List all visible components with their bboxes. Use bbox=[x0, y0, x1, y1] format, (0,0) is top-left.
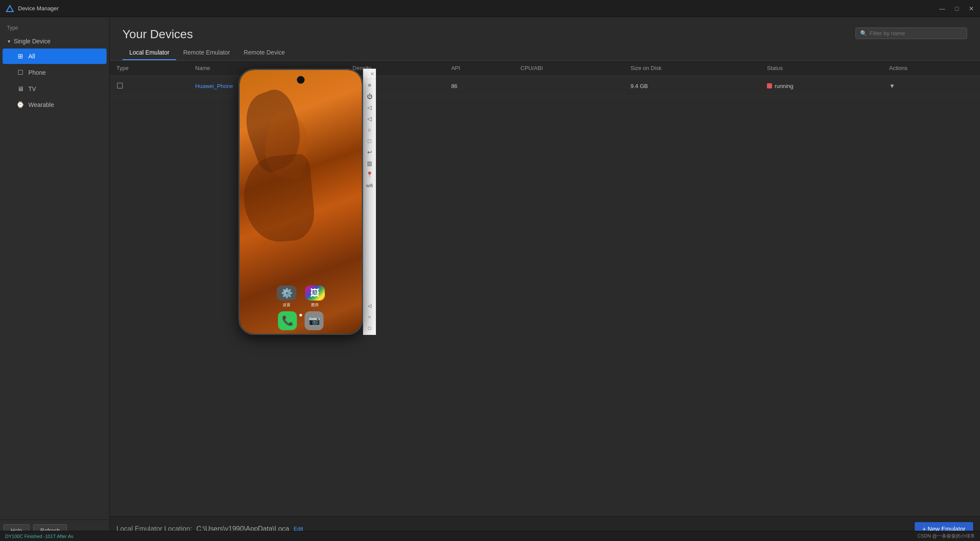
dock-camera-icon[interactable]: 📷 bbox=[305, 311, 324, 330]
sidebar-item-label-tv: TV bbox=[28, 85, 36, 92]
window-controls: — □ ✕ bbox=[938, 5, 976, 12]
wallpaper-shape-3 bbox=[241, 153, 317, 244]
side-ctrl-vol-up[interactable]: ◁ bbox=[364, 102, 375, 112]
side-ctrl-nav-back[interactable]: ◁ bbox=[364, 301, 375, 311]
side-ctrl-square[interactable]: □ bbox=[364, 136, 375, 146]
phone-screen: ⚙️ 设置 🖼 图库 📞 📷 bbox=[240, 70, 362, 334]
phone-dock: 📞 📷 bbox=[240, 311, 362, 330]
actions-dropdown-button[interactable]: ▼ bbox=[889, 82, 895, 89]
phone-notch bbox=[297, 76, 305, 84]
side-ctrl-location[interactable]: 📍 bbox=[364, 169, 375, 179]
emulator-overlay: ⚙️ 设置 🖼 图库 📞 📷 bbox=[238, 69, 376, 335]
close-panel-icon[interactable]: ✕ bbox=[370, 71, 374, 77]
gallery-icon: 🖼 bbox=[305, 286, 325, 301]
main-container: Type ▼ Single Device ⊞ All ☐ Phone 🖥 TV … bbox=[0, 17, 980, 541]
side-ctrl-menu[interactable]: ≡ bbox=[364, 80, 375, 90]
page-header: Your Devices 🔍 bbox=[110, 17, 980, 46]
sidebar-item-phone[interactable]: ☐ Phone bbox=[3, 65, 107, 80]
phone-icon: ☐ bbox=[16, 69, 24, 76]
dock-phone-icon[interactable]: 📞 bbox=[278, 311, 297, 330]
tab-local-emulator[interactable]: Local Emulator bbox=[122, 46, 176, 60]
status-right-text: CSDN @一条俊俊的小绵羊 bbox=[918, 533, 975, 539]
status-left-text: DY100C Finished -101T After As bbox=[5, 534, 73, 539]
sidebar-item-wearable[interactable]: ⌚ Wearable bbox=[3, 97, 107, 112]
sidebar: Type ▼ Single Device ⊞ All ☐ Phone 🖥 TV … bbox=[0, 17, 110, 541]
col-size-on-disk: Size on Disk bbox=[623, 61, 760, 76]
status-bar: DY100C Finished -101T After As CSDN @一条俊… bbox=[0, 531, 980, 541]
row-api: 86 bbox=[444, 76, 513, 96]
side-ctrl-power[interactable]: ⏻ bbox=[364, 91, 375, 101]
sidebar-item-label-phone: Phone bbox=[28, 69, 46, 76]
tabs-container: Local Emulator Remote Emulator Remote De… bbox=[110, 46, 980, 61]
page-title: Your Devices bbox=[122, 27, 193, 41]
side-ctrl-vol-down[interactable]: ◁ bbox=[364, 113, 375, 124]
row-cpu-abi bbox=[514, 76, 624, 96]
row-type-icon: ☐ bbox=[110, 76, 188, 96]
gallery-app[interactable]: 🖼 图库 bbox=[304, 286, 326, 308]
status-text: running bbox=[775, 83, 793, 89]
sidebar-section-single-device[interactable]: ▼ Single Device bbox=[0, 34, 109, 48]
minimize-button[interactable]: — bbox=[938, 5, 946, 12]
wearable-icon: ⌚ bbox=[16, 101, 24, 109]
sidebar-item-tv[interactable]: 🖥 TV bbox=[3, 81, 107, 96]
side-ctrl-nav-recent[interactable]: □ bbox=[364, 323, 375, 333]
row-status: running bbox=[760, 76, 882, 96]
phone-frame[interactable]: ⚙️ 设置 🖼 图库 📞 📷 bbox=[238, 69, 363, 335]
maximize-button[interactable]: □ bbox=[953, 5, 961, 12]
side-ctrl-home[interactable]: ○ bbox=[364, 125, 375, 135]
search-icon: 🔍 bbox=[860, 30, 867, 36]
sidebar-type-label: Type bbox=[0, 21, 109, 34]
row-size-on-disk: 9.4 GB bbox=[623, 76, 760, 96]
col-status: Status bbox=[760, 61, 882, 76]
device-type-icon: ☐ bbox=[116, 82, 123, 90]
filter-input-wrap: 🔍 bbox=[855, 27, 967, 39]
settings-app[interactable]: ⚙️ 设置 bbox=[275, 286, 298, 308]
col-actions: Actions bbox=[882, 61, 980, 76]
all-icon: ⊞ bbox=[16, 52, 24, 60]
app-logo bbox=[5, 4, 15, 13]
side-controls-panel: ✕ ≡ ⏻ ◁ ◁ ○ □ ↩ ▥ 📍 wifi ◁ ○ □ bbox=[363, 69, 376, 335]
col-cpu-abi: CPU/ABI bbox=[514, 61, 624, 76]
tv-icon: 🖥 bbox=[16, 85, 24, 92]
tab-remote-device[interactable]: Remote Device bbox=[237, 46, 292, 60]
row-actions: ▼ bbox=[882, 76, 980, 96]
sidebar-item-label-all: All bbox=[28, 53, 35, 60]
filter-input[interactable] bbox=[870, 30, 962, 36]
status-dot-red bbox=[767, 83, 772, 88]
col-type: Type bbox=[110, 61, 188, 76]
side-ctrl-wifi[interactable]: wifi bbox=[364, 180, 375, 191]
tab-remote-emulator[interactable]: Remote Emulator bbox=[176, 46, 237, 60]
sidebar-item-all[interactable]: ⊞ All bbox=[3, 49, 107, 64]
svg-marker-0 bbox=[6, 6, 13, 12]
side-ctrl-nav-home[interactable]: ○ bbox=[364, 312, 375, 322]
side-ctrl-screenshot[interactable]: ▥ bbox=[364, 158, 375, 168]
close-button[interactable]: ✕ bbox=[967, 5, 976, 12]
side-ctrl-back[interactable]: ↩ bbox=[364, 147, 375, 157]
settings-label: 设置 bbox=[283, 302, 290, 308]
titlebar-title: Device Manager bbox=[18, 5, 59, 12]
gallery-label: 图库 bbox=[311, 302, 319, 308]
phone-apps: ⚙️ 设置 🖼 图库 bbox=[240, 286, 362, 308]
side-ctrl-close-bar: ✕ bbox=[363, 70, 376, 79]
titlebar: Device Manager — □ ✕ bbox=[0, 0, 980, 17]
sidebar-section-label: Single Device bbox=[14, 38, 51, 45]
settings-icon: ⚙️ bbox=[277, 286, 296, 301]
sidebar-item-label-wearable: Wearable bbox=[28, 101, 54, 108]
col-api: API bbox=[444, 61, 513, 76]
chevron-down-icon: ▼ bbox=[7, 39, 11, 44]
